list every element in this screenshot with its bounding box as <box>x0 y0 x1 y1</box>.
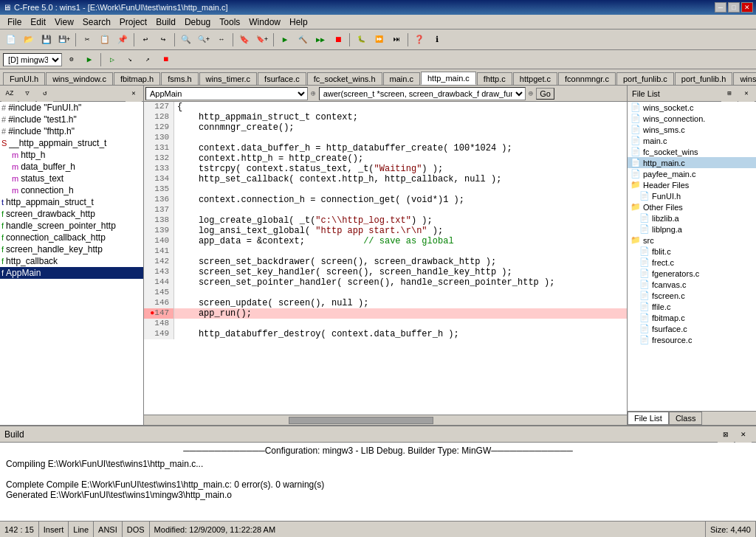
build-clear-button[interactable]: ⊠ <box>718 426 734 443</box>
tab-port-funlib[interactable]: port_funlib.c <box>616 72 674 85</box>
tree-item-struct[interactable]: S __http_appmain_struct_t <box>0 137 143 149</box>
tree-item-member4[interactable]: m connection_h <box>0 184 143 196</box>
tree-item-member1[interactable]: m http_h <box>0 149 143 161</box>
left-sort-button[interactable]: AZ <box>1 86 18 102</box>
bookmark-button[interactable]: 🔖 <box>236 32 252 48</box>
build-button[interactable]: 🔨 <box>295 32 311 48</box>
rtree-liblpng[interactable]: 📄 liblpng.a <box>628 224 756 235</box>
right-tab-class[interactable]: Class <box>669 412 703 425</box>
right-close-button[interactable]: ✕ <box>738 86 755 102</box>
left-close-button[interactable]: ✕ <box>126 86 142 102</box>
rtree-fcanvas[interactable]: 📄 fcanvas.c <box>628 279 756 290</box>
minimize-button[interactable]: ─ <box>715 2 726 13</box>
compiler-settings-button[interactable]: ⚙ <box>63 52 80 68</box>
tree-item-typedef[interactable]: t http_appmain_struct_t <box>0 196 143 208</box>
debug-run-button[interactable]: ▷ <box>104 52 120 68</box>
rtree-payfee[interactable]: 📄 payfee_main.c <box>628 168 756 179</box>
right-sort-button[interactable]: ⊞ <box>721 86 738 102</box>
run-button[interactable]: ▶▶ <box>312 32 329 48</box>
menu-build[interactable]: Build <box>151 15 180 29</box>
search2-button[interactable]: 🔍+ <box>196 32 212 48</box>
menu-edit[interactable]: Edit <box>26 15 50 29</box>
menu-help[interactable]: Help <box>285 15 312 29</box>
tab-http-main[interactable]: http_main.c <box>421 72 476 85</box>
code-content[interactable]: 127 { 128 http_appmain_struct_t context;… <box>144 102 627 415</box>
bookmark2-button[interactable]: 🔖+ <box>254 32 270 48</box>
compile-button[interactable]: ▶ <box>277 32 293 48</box>
stop-button[interactable]: ⏹ <box>330 32 346 48</box>
info-button[interactable]: ℹ <box>429 32 445 48</box>
params-select[interactable]: awer(screen_t *screen, screen_drawback_f… <box>319 87 526 100</box>
function-select[interactable]: AppMain <box>145 87 308 100</box>
tree-item-func1[interactable]: f screen_drawback_http <box>0 208 143 220</box>
rtree-fresource[interactable]: 📄 fresource.c <box>628 334 756 345</box>
right-tab-filelist[interactable]: File List <box>628 412 669 425</box>
tree-item-appmain[interactable]: f AppMain <box>0 267 143 279</box>
debug-button[interactable]: 🐛 <box>353 32 369 48</box>
tab-fsurface[interactable]: fsurface.c <box>258 72 306 85</box>
code-hscroll[interactable] <box>144 415 627 425</box>
debug3-button[interactable]: ⏭ <box>388 32 405 48</box>
paste-button[interactable]: 📌 <box>114 32 131 48</box>
rtree-src[interactable]: 📁 src <box>628 235 756 246</box>
menu-window[interactable]: Window <box>244 15 285 29</box>
debug2-button[interactable]: ⏩ <box>371 32 387 48</box>
tree-item-func2[interactable]: f handle_screen_pointer_http <box>0 220 143 232</box>
tab-fbitmap[interactable]: fbitmap.h <box>114 72 160 85</box>
tab-main[interactable]: main.c <box>383 72 420 85</box>
search-button[interactable]: 🔍 <box>178 32 194 48</box>
tree-item-func4[interactable]: f screen_handle_key_http <box>0 243 143 255</box>
rtree-fblit[interactable]: 📄 fblit.c <box>628 246 756 257</box>
redo-button[interactable]: ↪ <box>155 32 171 48</box>
tab-fsms[interactable]: fsms.h <box>161 72 198 85</box>
new-button[interactable]: 📄 <box>3 32 19 48</box>
step2-button[interactable]: ↗ <box>140 52 156 68</box>
build-close-button[interactable]: ✕ <box>735 426 752 443</box>
menu-view[interactable]: View <box>50 15 78 29</box>
help-button[interactable]: ❓ <box>411 32 427 48</box>
rtree-wins-connection[interactable]: 📄 wins_connection. <box>628 113 756 124</box>
save-all-button[interactable]: 💾+ <box>56 32 72 48</box>
undo-button[interactable]: ↩ <box>137 32 154 48</box>
tab-fc-socket[interactable]: fc_socket_wins.h <box>307 72 382 85</box>
cut-button[interactable]: ✂ <box>79 32 95 48</box>
tree-item-member3[interactable]: m status_text <box>0 173 143 184</box>
rtree-header-files[interactable]: 📁 Header Files <box>628 179 756 190</box>
rtree-other-files[interactable]: 📁 Other Files <box>628 201 756 212</box>
rtree-fscreen[interactable]: 📄 fscreen.c <box>628 290 756 301</box>
rtree-funuih[interactable]: 📄 FunUI.h <box>628 190 756 201</box>
rtree-ffile[interactable]: 📄 ffile.c <box>628 301 756 312</box>
rtree-http-main[interactable]: 📄 http_main.c <box>628 157 756 168</box>
menu-project[interactable]: Project <box>115 15 151 29</box>
tab-wins-window[interactable]: wins_window.c <box>46 72 113 85</box>
rtree-fgenerators[interactable]: 📄 fgenerators.c <box>628 268 756 279</box>
tab-wins-device[interactable]: wins_device.c <box>733 72 756 85</box>
tree-item-func3[interactable]: f connection_callback_http <box>0 232 143 243</box>
tab-port-funlibh[interactable]: port_funlib.h <box>675 72 733 85</box>
rtree-fsurface[interactable]: 📄 fsurface.c <box>628 323 756 334</box>
tree-item-func5[interactable]: f http_callback <box>0 255 143 267</box>
copy-button[interactable]: 📋 <box>97 32 113 48</box>
menu-tools[interactable]: Tools <box>215 15 244 29</box>
tab-fhttp[interactable]: fhttp.c <box>477 72 512 85</box>
left-filter-button[interactable]: ▽ <box>19 86 35 102</box>
rtree-wins-socket[interactable]: 📄 wins_socket.c <box>628 102 756 113</box>
tree-item-include1[interactable]: # #include "FunUI.h" <box>0 102 143 114</box>
run-debug-button[interactable]: ▶ <box>81 52 97 68</box>
window-controls[interactable]: ─ □ ✕ <box>715 2 753 13</box>
menu-search[interactable]: Search <box>78 15 115 29</box>
stopdbg-button[interactable]: ⏹ <box>157 52 173 68</box>
rtree-frect[interactable]: 📄 frect.c <box>628 257 756 268</box>
compiler-select[interactable]: [D] mingw3 <box>3 53 62 66</box>
tree-item-include2[interactable]: # #include "test1.h" <box>0 114 143 125</box>
tab-fconnmngr[interactable]: fconnmngr.c <box>558 72 616 85</box>
rtree-main[interactable]: 📄 main.c <box>628 135 756 146</box>
maximize-button[interactable]: □ <box>728 2 740 13</box>
left-sync-button[interactable]: ↺ <box>37 86 53 102</box>
open-button[interactable]: 📂 <box>21 32 37 48</box>
rtree-fbitmap[interactable]: 📄 fbitmap.c <box>628 312 756 323</box>
step-button[interactable]: ↘ <box>122 52 138 68</box>
menu-debug[interactable]: Debug <box>180 15 215 29</box>
tab-httpget[interactable]: httpget.c <box>513 72 557 85</box>
tree-item-member2[interactable]: m data_buffer_h <box>0 161 143 173</box>
